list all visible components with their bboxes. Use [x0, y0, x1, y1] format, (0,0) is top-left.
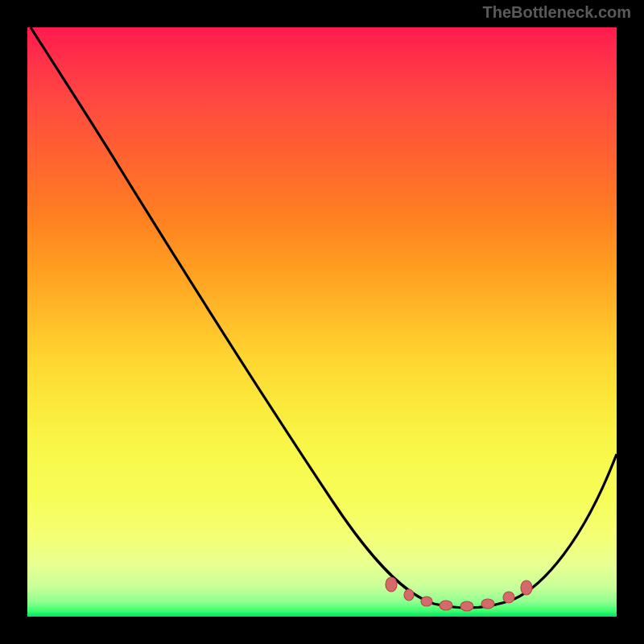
bottleneck-curve-line: [31, 27, 617, 608]
watermark-text: TheBottleneck.com: [483, 3, 631, 22]
marker-dot: [404, 589, 414, 601]
chart-plot-area: [27, 27, 617, 617]
marker-dot: [521, 580, 532, 595]
chart-svg: [27, 27, 617, 617]
marker-dot: [503, 592, 514, 603]
marker-dot: [421, 597, 432, 606]
marker-dot: [481, 599, 494, 609]
marker-dot: [440, 601, 452, 610]
marker-dot: [386, 577, 397, 592]
marker-dot: [460, 601, 473, 611]
